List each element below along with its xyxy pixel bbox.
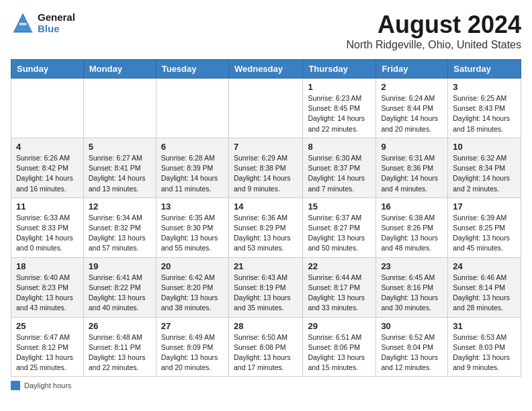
calendar-weekday-saturday: Saturday: [448, 60, 521, 79]
day-info: Sunrise: 6:43 AM Sunset: 8:19 PM Dayligh…: [234, 273, 298, 314]
day-info: Sunrise: 6:33 AM Sunset: 8:33 PM Dayligh…: [16, 213, 79, 254]
calendar-cell: [83, 79, 156, 138]
calendar-cell: 29Sunrise: 6:51 AM Sunset: 8:06 PM Dayli…: [303, 317, 376, 377]
calendar-cell: 9Sunrise: 6:31 AM Sunset: 8:36 PM Daylig…: [376, 138, 448, 197]
day-info: Sunrise: 6:40 AM Sunset: 8:23 PM Dayligh…: [16, 273, 79, 314]
logo-icon: [11, 11, 35, 35]
day-info: Sunrise: 6:48 AM Sunset: 8:11 PM Dayligh…: [89, 332, 151, 373]
day-info: Sunrise: 6:31 AM Sunset: 8:36 PM Dayligh…: [381, 153, 443, 194]
title-section: August 2024 North Ridgeville, Ohio, Unit…: [346, 11, 521, 51]
calendar-week-row: 18Sunrise: 6:40 AM Sunset: 8:23 PM Dayli…: [11, 257, 521, 317]
day-info: Sunrise: 6:34 AM Sunset: 8:32 PM Dayligh…: [89, 213, 151, 254]
day-number: 13: [161, 201, 224, 212]
day-info: Sunrise: 6:41 AM Sunset: 8:22 PM Dayligh…: [89, 273, 151, 314]
day-number: 9: [381, 142, 443, 152]
day-info: Sunrise: 6:35 AM Sunset: 8:30 PM Dayligh…: [161, 213, 224, 254]
calendar-cell: 18Sunrise: 6:40 AM Sunset: 8:23 PM Dayli…: [11, 257, 84, 317]
day-number: 23: [381, 261, 443, 271]
calendar-cell: 23Sunrise: 6:45 AM Sunset: 8:16 PM Dayli…: [376, 257, 448, 317]
calendar-weekday-friday: Friday: [376, 60, 448, 79]
day-number: 24: [453, 261, 516, 271]
calendar-cell: 16Sunrise: 6:38 AM Sunset: 8:26 PM Dayli…: [376, 197, 448, 257]
day-number: 17: [453, 201, 516, 212]
day-number: 4: [16, 142, 79, 152]
day-info: Sunrise: 6:28 AM Sunset: 8:39 PM Dayligh…: [161, 153, 224, 194]
day-info: Sunrise: 6:29 AM Sunset: 8:38 PM Dayligh…: [234, 153, 298, 194]
calendar-cell: 28Sunrise: 6:50 AM Sunset: 8:08 PM Dayli…: [228, 317, 302, 377]
calendar-week-row: 4Sunrise: 6:26 AM Sunset: 8:42 PM Daylig…: [11, 138, 521, 197]
location-title: North Ridgeville, Ohio, United States: [346, 39, 521, 51]
day-info: Sunrise: 6:30 AM Sunset: 8:37 PM Dayligh…: [308, 153, 371, 194]
day-number: 7: [234, 142, 298, 152]
calendar-cell: 20Sunrise: 6:42 AM Sunset: 8:20 PM Dayli…: [156, 257, 228, 317]
day-number: 2: [381, 82, 443, 92]
day-number: 21: [234, 261, 298, 271]
day-number: 12: [89, 201, 151, 212]
day-number: 19: [89, 261, 151, 271]
day-number: 29: [308, 321, 371, 331]
calendar-cell: 11Sunrise: 6:33 AM Sunset: 8:33 PM Dayli…: [11, 197, 84, 257]
day-info: Sunrise: 6:47 AM Sunset: 8:12 PM Dayligh…: [16, 332, 79, 373]
day-number: 28: [234, 321, 298, 331]
day-info: Sunrise: 6:39 AM Sunset: 8:25 PM Dayligh…: [453, 213, 516, 254]
svg-rect-2: [19, 23, 27, 26]
calendar-cell: 19Sunrise: 6:41 AM Sunset: 8:22 PM Dayli…: [83, 257, 156, 317]
day-number: 25: [16, 321, 79, 331]
day-info: Sunrise: 6:25 AM Sunset: 8:43 PM Dayligh…: [453, 93, 516, 134]
day-info: Sunrise: 6:23 AM Sunset: 8:45 PM Dayligh…: [308, 93, 371, 134]
calendar-cell: 21Sunrise: 6:43 AM Sunset: 8:19 PM Dayli…: [228, 257, 302, 317]
calendar-weekday-monday: Monday: [83, 60, 156, 79]
calendar-weekday-wednesday: Wednesday: [228, 60, 302, 79]
day-number: 14: [234, 201, 298, 212]
day-number: 1: [308, 82, 371, 92]
calendar-week-row: 25Sunrise: 6:47 AM Sunset: 8:12 PM Dayli…: [11, 317, 521, 377]
calendar-cell: 12Sunrise: 6:34 AM Sunset: 8:32 PM Dayli…: [83, 197, 156, 257]
day-info: Sunrise: 6:42 AM Sunset: 8:20 PM Dayligh…: [161, 273, 224, 314]
day-number: 3: [453, 82, 516, 92]
day-info: Sunrise: 6:26 AM Sunset: 8:42 PM Dayligh…: [16, 153, 79, 194]
calendar-cell: 3Sunrise: 6:25 AM Sunset: 8:43 PM Daylig…: [448, 79, 521, 138]
day-info: Sunrise: 6:36 AM Sunset: 8:29 PM Dayligh…: [234, 213, 298, 254]
day-number: 16: [381, 201, 443, 212]
calendar-weekday-sunday: Sunday: [11, 60, 84, 79]
day-info: Sunrise: 6:38 AM Sunset: 8:26 PM Dayligh…: [381, 213, 443, 254]
day-info: Sunrise: 6:52 AM Sunset: 8:04 PM Dayligh…: [381, 332, 443, 373]
day-info: Sunrise: 6:44 AM Sunset: 8:17 PM Dayligh…: [308, 273, 371, 314]
calendar-cell: 26Sunrise: 6:48 AM Sunset: 8:11 PM Dayli…: [83, 317, 156, 377]
calendar-cell: 1Sunrise: 6:23 AM Sunset: 8:45 PM Daylig…: [303, 79, 376, 138]
day-info: Sunrise: 6:24 AM Sunset: 8:44 PM Dayligh…: [381, 93, 443, 134]
month-title: August 2024: [346, 11, 521, 39]
day-info: Sunrise: 6:50 AM Sunset: 8:08 PM Dayligh…: [234, 332, 298, 373]
day-info: Sunrise: 6:32 AM Sunset: 8:34 PM Dayligh…: [453, 153, 516, 194]
calendar-weekday-tuesday: Tuesday: [156, 60, 228, 79]
calendar-cell: 8Sunrise: 6:30 AM Sunset: 8:37 PM Daylig…: [303, 138, 376, 197]
calendar-cell: 25Sunrise: 6:47 AM Sunset: 8:12 PM Dayli…: [11, 317, 84, 377]
day-number: 27: [161, 321, 224, 331]
day-number: 15: [308, 201, 371, 212]
calendar-cell: 2Sunrise: 6:24 AM Sunset: 8:44 PM Daylig…: [376, 79, 448, 138]
calendar-cell: 31Sunrise: 6:53 AM Sunset: 8:03 PM Dayli…: [448, 317, 521, 377]
day-info: Sunrise: 6:37 AM Sunset: 8:27 PM Dayligh…: [308, 213, 371, 254]
calendar-cell: 30Sunrise: 6:52 AM Sunset: 8:04 PM Dayli…: [376, 317, 448, 377]
legend-label: Daylight hours: [24, 381, 71, 390]
legend-color-box: [11, 381, 20, 390]
calendar-cell: 15Sunrise: 6:37 AM Sunset: 8:27 PM Dayli…: [303, 197, 376, 257]
day-number: 30: [381, 321, 443, 331]
calendar-cell: [11, 79, 84, 138]
calendar-cell: 10Sunrise: 6:32 AM Sunset: 8:34 PM Dayli…: [448, 138, 521, 197]
day-info: Sunrise: 6:53 AM Sunset: 8:03 PM Dayligh…: [453, 332, 516, 373]
day-number: 6: [161, 142, 224, 152]
calendar-cell: 6Sunrise: 6:28 AM Sunset: 8:39 PM Daylig…: [156, 138, 228, 197]
calendar-cell: 5Sunrise: 6:27 AM Sunset: 8:41 PM Daylig…: [83, 138, 156, 197]
logo-text: General Blue: [38, 11, 75, 34]
logo: General Blue: [11, 11, 75, 35]
legend-section: Daylight hours: [11, 381, 521, 390]
calendar-cell: 22Sunrise: 6:44 AM Sunset: 8:17 PM Dayli…: [303, 257, 376, 317]
calendar-cell: [228, 79, 302, 138]
calendar-cell: 17Sunrise: 6:39 AM Sunset: 8:25 PM Dayli…: [448, 197, 521, 257]
calendar-week-row: 11Sunrise: 6:33 AM Sunset: 8:33 PM Dayli…: [11, 197, 521, 257]
calendar-cell: 7Sunrise: 6:29 AM Sunset: 8:38 PM Daylig…: [228, 138, 302, 197]
calendar-cell: 24Sunrise: 6:46 AM Sunset: 8:14 PM Dayli…: [448, 257, 521, 317]
day-info: Sunrise: 6:51 AM Sunset: 8:06 PM Dayligh…: [308, 332, 371, 373]
day-number: 18: [16, 261, 79, 271]
